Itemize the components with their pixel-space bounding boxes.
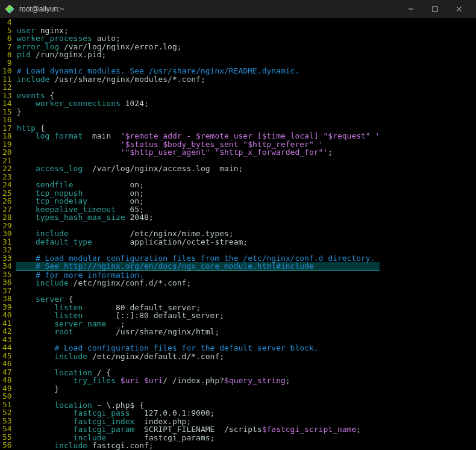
- line-number: 37: [2, 287, 12, 295]
- code-line[interactable]: [16, 360, 380, 369]
- line-number: 34: [2, 262, 12, 270]
- line-number: 25: [2, 189, 12, 198]
- line-number: 54: [2, 425, 12, 433]
- line-number: 18: [2, 132, 12, 140]
- code-line[interactable]: [16, 246, 380, 254]
- line-number: 21: [2, 157, 12, 165]
- line-number: 27: [2, 205, 12, 214]
- code-line[interactable]: [16, 173, 380, 181]
- code-line[interactable]: [16, 59, 380, 67]
- line-number: 5: [2, 27, 12, 35]
- code-line[interactable]: include fastcgi.conf;: [16, 442, 380, 450]
- line-number: 42: [2, 327, 12, 336]
- code-line[interactable]: root /usr/share/nginx/html;: [16, 328, 380, 336]
- line-number: 13: [2, 92, 12, 100]
- line-number: 28: [2, 213, 12, 222]
- line-number: 36: [2, 278, 12, 287]
- titlebar[interactable]: root@aliyun:~: [0, 0, 476, 18]
- code-line[interactable]: [16, 157, 380, 165]
- code-line[interactable]: include /etc/nginx/mime.types;: [16, 230, 380, 238]
- line-number: 19: [2, 140, 12, 149]
- code-line[interactable]: worker_connections 1024;: [16, 99, 380, 108]
- code-line[interactable]: include /usr/share/nginx/modules/*.conf;: [16, 75, 380, 84]
- line-number: 30: [2, 230, 12, 238]
- line-number: 53: [2, 417, 12, 425]
- code-line[interactable]: # for more information.: [16, 271, 380, 280]
- code-line[interactable]: [16, 18, 380, 27]
- code-line[interactable]: # Load configuration files for the defau…: [16, 344, 380, 352]
- code-content[interactable]: user nginx;worker_processes auto;error_l…: [16, 18, 385, 450]
- svg-marker-1: [5, 5, 14, 13]
- code-line[interactable]: [16, 393, 380, 401]
- line-number: 14: [2, 99, 12, 108]
- code-line[interactable]: events {: [16, 92, 380, 100]
- code-line[interactable]: # Load modular configuration files from …: [16, 254, 380, 263]
- line-number: 43: [2, 336, 12, 344]
- code-line[interactable]: # See http://nginx.org/en/docs/ngx_core_…: [16, 262, 380, 271]
- line-number: 44: [2, 343, 12, 352]
- line-number: 10: [2, 67, 12, 75]
- line-number: 56: [2, 441, 12, 449]
- code-line[interactable]: worker_processes auto;: [16, 34, 380, 43]
- code-line[interactable]: listen [::]:80 default_server;: [16, 311, 380, 320]
- code-line[interactable]: [16, 116, 380, 124]
- code-line[interactable]: location ~ \.php$ {: [16, 401, 380, 410]
- code-line[interactable]: location / {: [16, 369, 380, 377]
- line-number: 35: [2, 270, 12, 279]
- line-number: 50: [2, 392, 12, 401]
- code-line[interactable]: listen 80 default_server;: [16, 304, 380, 312]
- code-line[interactable]: types_hash_max_size 2048;: [16, 213, 380, 222]
- code-line[interactable]: '"$http_user_agent" "$http_x_forwarded_f…: [16, 148, 380, 157]
- code-line[interactable]: fastcgi_param SCRIPT_FILENAME /scripts$f…: [16, 425, 380, 434]
- code-line[interactable]: server_name _;: [16, 320, 380, 328]
- minimize-button[interactable]: [399, 0, 423, 18]
- code-line[interactable]: try_files $uri $uri/ /index.php?$query_s…: [16, 377, 380, 385]
- code-line[interactable]: access_log /var/log/nginx/access.log mai…: [16, 164, 380, 173]
- app-icon: [5, 4, 14, 14]
- code-line[interactable]: error_log /var/log/nginx/error.log;: [16, 43, 380, 51]
- maximize-button[interactable]: [423, 0, 447, 18]
- line-number: 23: [2, 173, 12, 181]
- code-line[interactable]: tcp_nodelay on;: [16, 197, 380, 205]
- line-number: 45: [2, 352, 12, 360]
- line-number: 32: [2, 246, 12, 254]
- code-line[interactable]: default_type application/octet-stream;: [16, 238, 380, 246]
- code-line[interactable]: # Load dynamic modules. See /usr/share/n…: [16, 67, 380, 75]
- code-line[interactable]: fastcgi_pass 127.0.0.1:9000;: [16, 409, 380, 417]
- line-number: 8: [2, 51, 12, 59]
- code-line[interactable]: '$status $body_bytes_sent "$http_referer…: [16, 140, 380, 149]
- code-line[interactable]: [16, 222, 380, 230]
- code-line[interactable]: keepalive_timeout 65;: [16, 205, 380, 214]
- code-line[interactable]: server {: [16, 295, 380, 304]
- code-line[interactable]: [16, 287, 380, 296]
- code-line[interactable]: include /etc/nginx/conf.d/*.conf;: [16, 279, 380, 287]
- code-line[interactable]: sendfile on;: [16, 181, 380, 189]
- editor-area[interactable]: 4 5 6 7 8 910111213141516171819202122232…: [0, 18, 476, 450]
- code-line[interactable]: [16, 83, 380, 92]
- code-line[interactable]: }: [16, 108, 380, 116]
- line-number: 9: [2, 59, 12, 67]
- code-line[interactable]: include /etc/nginx/default.d/*.conf;: [16, 352, 380, 361]
- line-number: 49: [2, 384, 12, 393]
- line-number: 39: [2, 303, 12, 311]
- svg-rect-3: [433, 7, 437, 11]
- line-number: 26: [2, 197, 12, 205]
- line-number: 55: [2, 433, 12, 442]
- line-number: 7: [2, 43, 12, 51]
- line-number: 11: [2, 75, 12, 84]
- line-number: 48: [2, 376, 12, 384]
- code-line[interactable]: }: [16, 385, 380, 393]
- code-line[interactable]: http {: [16, 124, 380, 133]
- line-number: 40: [2, 311, 12, 319]
- code-line[interactable]: pid /run/nginx.pid;: [16, 51, 380, 59]
- close-button[interactable]: [447, 0, 471, 18]
- code-line[interactable]: user nginx;: [16, 27, 380, 35]
- code-line[interactable]: fastcgi_index index.php;: [16, 417, 380, 426]
- code-line[interactable]: log_format main '$remote_addr - $remote_…: [16, 132, 380, 140]
- code-line[interactable]: [16, 336, 380, 345]
- code-line[interactable]: tcp_nopush on;: [16, 189, 380, 198]
- line-number: 24: [2, 181, 12, 189]
- line-number: 12: [2, 83, 12, 92]
- code-line[interactable]: include fastcgi_params;: [16, 434, 380, 442]
- window-title: root@aliyun:~: [19, 5, 399, 13]
